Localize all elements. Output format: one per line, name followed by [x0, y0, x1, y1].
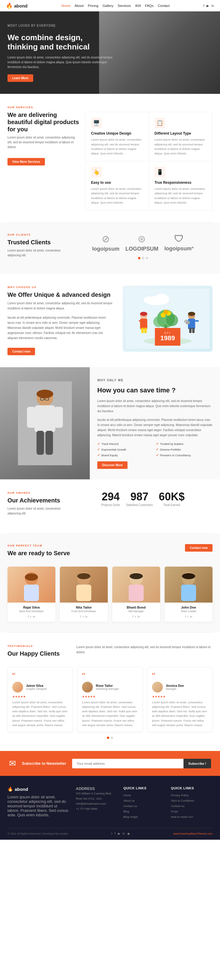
service-desc-3: Lorem ipsum dolor sit amet, consectetur …: [91, 186, 143, 205]
why-section: WHY CHOOSE US We Offer Unique & advanced…: [0, 274, 220, 367]
save-cta-button[interactable]: Discover More: [97, 461, 128, 469]
check-icon-6: ✓: [156, 453, 159, 457]
services-desc: Lorem ipsum dolor sit amet, consectetur …: [8, 135, 79, 150]
footer-link-faqs[interactable]: FAQs: [171, 810, 212, 813]
team-twitter-2[interactable]: t: [82, 615, 84, 618]
team-card-3: Bharti Bond Bid Manager f t in: [112, 566, 160, 622]
footer-facebook-icon[interactable]: f: [115, 832, 116, 835]
achievements-stats: 294 Projects Done 987 Satisfied Customer…: [73, 492, 212, 507]
footer-link-reach[interactable]: How to reach us?: [171, 815, 212, 818]
save-image: [0, 367, 90, 479]
service-title-3: Easy to use: [91, 180, 143, 185]
testimonials-dot-1[interactable]: [107, 737, 109, 739]
team-linkedin-4[interactable]: in: [190, 615, 192, 618]
svg-point-42: [77, 573, 90, 579]
footer-link-terms[interactable]: Term & Conditions: [171, 799, 212, 802]
footer-link-blog-single[interactable]: Blog Single: [123, 815, 165, 818]
nav-faqs[interactable]: FAQs: [145, 4, 154, 8]
nav-404[interactable]: 404: [135, 4, 141, 8]
team-header: OUR PERFECT TEAM We are ready to Serve C…: [8, 544, 212, 559]
services-intro: OUR SERVICES We are delivering beautiful…: [8, 106, 85, 165]
team-linkedin-3[interactable]: in: [138, 615, 140, 618]
nav-contact[interactable]: Contact: [158, 4, 170, 8]
service-desc-4: Lorem ipsum dolor sit amet, consectetur …: [154, 186, 207, 205]
hero-cta-button[interactable]: Learn More: [8, 74, 33, 82]
checklist-item-4: ✓ Diverse Portfolio: [156, 447, 213, 452]
why-cta-button[interactable]: Contact now: [8, 348, 35, 355]
checklist: ✓ Track Record ✓ Trusted by leaders ✓ Ex…: [97, 442, 212, 457]
nav-services[interactable]: Services: [118, 4, 131, 8]
team-facebook-1[interactable]: f: [28, 615, 29, 618]
nav-about[interactable]: About: [74, 4, 84, 8]
hero-desc: Lorem ipsum dolor sit amet, consectetur …: [8, 55, 114, 70]
clients-logos: ⊘ logoipsum ⊛ LOGOIPSUM 🛡 logoipsum°: [73, 233, 212, 252]
hero-content: MOST LOVED BY EVERYONE We combine design…: [0, 11, 121, 94]
footer-link-contact[interactable]: Contact us: [123, 804, 165, 808]
footer-link-about[interactable]: About us: [123, 799, 165, 802]
team-facebook-3[interactable]: f: [133, 615, 133, 618]
testimonials-left: TESTIMONIALS Our Happy Clients: [8, 644, 67, 660]
service-icon-2: 📋: [154, 118, 165, 128]
woman-svg: [18, 381, 72, 465]
team-card-body-2: Nita Tailor Front End Developer f t in: [60, 603, 108, 618]
instagram-icon[interactable]: in: [211, 4, 214, 8]
check-icon-3: ✓: [97, 447, 100, 452]
testimonial-text-2: Lorem ipsum dolor sit amet, consectetur …: [82, 700, 138, 727]
hero-tag: MOST LOVED BY EVERYONE: [8, 23, 114, 28]
newsletter-submit-button[interactable]: Subscribe !: [184, 759, 211, 768]
dot-1[interactable]: [138, 257, 140, 259]
stat-label-3: Total Earned: [159, 503, 185, 507]
team-linkedin-1[interactable]: in: [33, 615, 35, 618]
svg-rect-20: [189, 328, 192, 333]
team-facebook-4[interactable]: f: [185, 615, 186, 618]
footer-quicklinks1-title: QUICK LINKS: [123, 786, 165, 790]
team-cta-button[interactable]: Contact now: [185, 544, 212, 552]
clients-title: Trusted Clients: [8, 239, 67, 246]
svg-point-6: [153, 316, 164, 327]
svg-point-10: [163, 310, 168, 315]
svg-point-22: [188, 312, 195, 316]
team-social-4: f t in: [168, 615, 209, 618]
testimonial-text-3: Lorem ipsum dolor sit amet, consectetur …: [152, 700, 208, 727]
footer-logo: 🔥 abond: [8, 786, 70, 792]
nav-home[interactable]: Home: [61, 4, 71, 8]
footer-twitter-icon[interactable]: t: [111, 832, 112, 835]
client-logo-2: ⊛ LOGOIPSUM: [125, 233, 158, 252]
nav-pricing[interactable]: Pricing: [88, 4, 98, 8]
team-facebook-2[interactable]: f: [80, 615, 81, 618]
team-title: We are ready to Serve: [8, 549, 70, 557]
clients-intro: OUR CLIENTS Trusted Clients Lorem ipsum …: [8, 233, 67, 263]
youtube-icon[interactable]: ▶: [207, 4, 209, 8]
nav-gallery[interactable]: Gallery: [103, 4, 114, 8]
footer-link-home[interactable]: Home: [123, 794, 165, 797]
newsletter-title: Subscribe to Newsletter: [22, 761, 66, 766]
stat-number-2: 987: [126, 492, 153, 502]
facebook-icon[interactable]: f: [203, 4, 204, 8]
hero-title: We combine design, thinking and technica…: [8, 33, 114, 52]
service-title-4: True Responsiveness: [154, 180, 207, 185]
footer-link-privacy[interactable]: Privacy Policy: [171, 794, 212, 797]
footer-link-blog[interactable]: Blog: [123, 810, 165, 813]
team-twitter-3[interactable]: t: [135, 615, 136, 618]
clients-tag: OUR CLIENTS: [8, 233, 67, 236]
footer-youtube-icon[interactable]: ▶: [118, 832, 120, 835]
team-linkedin-2[interactable]: in: [85, 615, 87, 618]
testimonial-info-1: Jainm Silva Graphic Designer: [26, 684, 47, 690]
footer-social-links: t f ▶ in ◉: [111, 832, 130, 835]
testimonials-dot-2[interactable]: [111, 737, 113, 739]
team-twitter-1[interactable]: t: [30, 615, 31, 618]
dot-2[interactable]: [142, 257, 144, 259]
team-twitter-4[interactable]: t: [187, 615, 188, 618]
footer-instagram-icon[interactable]: ◉: [127, 832, 130, 835]
newsletter-email-input[interactable]: [72, 759, 184, 768]
footer-quicklinks2-col: QUICK LINKS Privacy Policy Term & Condit…: [171, 786, 212, 821]
save-content: WHY ONLY WE How you can save time ? Lore…: [90, 367, 220, 479]
footer-linkedin-icon[interactable]: in: [123, 832, 125, 835]
logo[interactable]: 🔥 abond: [6, 2, 27, 9]
services-grid: 🖥️ Creative Unique Design Lorem ipsum do…: [85, 112, 212, 210]
footer-link-contact2[interactable]: Contact us: [171, 804, 212, 808]
service-item-1: 🖥️ Creative Unique Design Lorem ipsum do…: [85, 112, 149, 161]
dot-3[interactable]: [146, 257, 148, 259]
services-cta-button[interactable]: View More Services: [8, 158, 45, 165]
team-intro: OUR PERFECT TEAM We are ready to Serve: [8, 544, 70, 559]
